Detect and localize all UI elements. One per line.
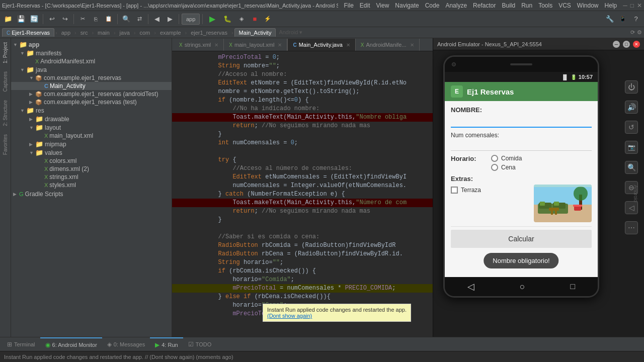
calcular-button[interactable]: Calcular [451, 230, 592, 248]
path-main-activity[interactable]: Main_Activity [234, 28, 276, 37]
bottom-tab-terminal[interactable]: ⊞ Terminal [2, 337, 40, 351]
toolbar-copy[interactable]: ⎘ [90, 13, 102, 25]
tab-close[interactable]: ✕ [278, 42, 282, 48]
app-dropdown[interactable]: app [182, 14, 200, 25]
toolbar-forward[interactable]: ▶ [164, 13, 176, 25]
tree-item-androidmanifest[interactable]: X AndroidManifest.xml [11, 57, 172, 65]
project-panel-label[interactable]: 1: Project [2, 40, 9, 65]
emu-back-btn[interactable]: ◁ [625, 201, 638, 214]
menu-analyze[interactable]: Analyze [445, 2, 467, 9]
bottom-tab-todo[interactable]: ☑ TODO [183, 337, 217, 351]
menu-view[interactable]: View [376, 2, 389, 9]
tree-item-package[interactable]: ▼ 📦 com.example.ejer1_reservas [11, 74, 172, 82]
emu-more-btn[interactable]: ⋯ [625, 221, 638, 234]
toolbar-undo[interactable]: ↩ [46, 13, 58, 25]
tab-strings-xml[interactable]: X strings.xml ✕ [174, 39, 224, 51]
nombre-input[interactable] [451, 115, 592, 128]
tree-item-values[interactable]: ▼ 📁 values [11, 148, 172, 157]
toolbar-help[interactable]: ? [630, 13, 642, 25]
tree-item-dimens[interactable]: X dimens.xml (2) [11, 165, 172, 173]
toolbar-cut[interactable]: ✂ [76, 13, 89, 25]
menu-vcs[interactable]: VCS [558, 2, 571, 9]
structure-label[interactable]: 2: Structure [2, 98, 9, 128]
toolbar-debug[interactable]: 🐛 [220, 13, 234, 25]
tree-item-res[interactable]: ▼ 📁 res [11, 106, 172, 115]
tree-item-manifests[interactable]: ▼ 📁 manifests [11, 49, 172, 57]
menu-run[interactable]: Run [521, 2, 532, 9]
emu-win-maximize[interactable]: □ [623, 41, 630, 48]
tree-item-drawable[interactable]: ▶ 📁 drawable [11, 115, 172, 123]
toolbar-save[interactable]: 💾 [15, 13, 27, 25]
toolbar-paste[interactable]: 📋 [103, 13, 115, 25]
path-com[interactable]: com [136, 29, 153, 37]
radio-cena[interactable]: Cena [491, 164, 522, 171]
path-app[interactable]: app [58, 29, 73, 37]
emu-win-minimize[interactable]: ─ [613, 41, 620, 48]
nav-home[interactable]: ○ [520, 282, 525, 292]
bottom-tab-messages[interactable]: ◈ 0: Messages [102, 337, 150, 351]
toolbar-avd-manager[interactable]: 📱 [617, 13, 629, 25]
tab-androidmanifest[interactable]: X AndroidManife... ✕ [356, 39, 420, 51]
emu-win-close[interactable]: ✕ [633, 41, 640, 48]
captures-label[interactable]: Captures [2, 69, 9, 94]
toolbar-coverage[interactable]: ◈ [235, 13, 248, 25]
num-comensales-input[interactable] [451, 140, 592, 151]
menu-window[interactable]: Window [577, 2, 599, 9]
tree-item-strings[interactable]: X strings.xml [11, 173, 172, 181]
emu-vol-up-btn[interactable]: 🔊 [625, 101, 638, 114]
sidebar-sync-btn[interactable]: ⟳ [630, 29, 635, 36]
emu-rotate-btn[interactable]: ↺ [625, 121, 638, 134]
tab-close[interactable]: ✕ [214, 42, 218, 48]
toolbar-stop[interactable]: ■ [249, 13, 261, 25]
tooltip-link[interactable]: (Dont show again) [267, 313, 312, 319]
toolbar-instant-run[interactable]: ⚡ [262, 13, 274, 25]
toolbar-back[interactable]: ◀ [151, 13, 163, 25]
tab-close[interactable]: ✕ [410, 42, 414, 48]
nav-recents[interactable]: □ [570, 282, 575, 291]
emu-power-btn[interactable]: ⏻ [625, 80, 638, 94]
tree-item-main-layout[interactable]: X main_layout.xml [11, 132, 172, 140]
menu-code[interactable]: Code [425, 2, 440, 9]
tree-item-layout[interactable]: ▼ 📁 layout [11, 123, 172, 132]
nav-back[interactable]: ◁ [467, 281, 474, 292]
tree-item-androidtest[interactable]: ▶ 📦 com.example.ejer1_reservas (androidT… [11, 90, 172, 98]
menu-help[interactable]: Help [605, 2, 617, 9]
bottom-tab-android-monitor[interactable]: ◉ 6: Android Monitor [40, 337, 102, 351]
toolbar-replace[interactable]: ⇄ [133, 13, 145, 25]
tab-main-activity-java[interactable]: C Main_Activity.java ✕ [287, 39, 355, 51]
radio-comida[interactable]: Comida [491, 155, 522, 162]
code-content[interactable]: mPrecioTotal = 0; String nombre=""; //Ac… [172, 51, 433, 337]
win-maximize[interactable]: □ [630, 2, 634, 9]
tree-item-mipmap[interactable]: ▶ 📁 mipmap [11, 140, 172, 148]
tab-main-layout-xml[interactable]: X main_layout.xml ✕ [224, 39, 287, 51]
toolbar-new[interactable]: 📁 [2, 13, 14, 25]
toolbar-redo[interactable]: ↪ [59, 13, 71, 25]
tree-item-test[interactable]: ▶ 📦 com.example.ejer1_reservas (test) [11, 98, 172, 106]
win-minimize[interactable]: ─ [623, 2, 627, 9]
menu-navigate[interactable]: Navigate [395, 2, 419, 9]
tree-item-gradle[interactable]: ▶ G Gradle Scripts [11, 190, 172, 198]
tree-item-styles[interactable]: X styles.xml [11, 181, 172, 189]
path-ejer1-reservas[interactable]: ejer1_reservas [188, 29, 230, 37]
path-java[interactable]: java [117, 29, 133, 37]
menu-tools[interactable]: Tools [538, 2, 552, 9]
tree-item-colors[interactable]: X colors.xml [11, 157, 172, 165]
bottom-tab-run[interactable]: ▶ 4: Run [150, 337, 183, 351]
emu-zoom-in-btn[interactable]: 🔍 [625, 161, 638, 174]
favorites-label[interactable]: Favorites [2, 132, 9, 157]
path-src[interactable]: src [77, 29, 91, 37]
toolbar-sdk-manager[interactable]: 🔧 [604, 13, 616, 25]
menu-edit[interactable]: Edit [360, 2, 370, 9]
path-example[interactable]: example [157, 29, 184, 37]
path-main[interactable]: main [95, 29, 113, 37]
tree-item-main-activity[interactable]: C Main_Activity [11, 82, 172, 90]
emu-screenshot-btn[interactable]: 📷 [625, 141, 638, 154]
tab-close[interactable]: ✕ [346, 42, 350, 48]
toolbar-run-green[interactable]: ▶ [205, 13, 219, 25]
win-close[interactable]: ✕ [637, 2, 642, 9]
sidebar-gear-btn[interactable]: ⚙ [637, 29, 642, 36]
menu-refactor[interactable]: Refactor [473, 2, 496, 9]
toolbar-search[interactable]: 🔍 [120, 13, 132, 25]
path-ejer1[interactable]: C Ejer1-Reservas [2, 28, 54, 37]
tree-item-app[interactable]: ▼ 📁 app [11, 40, 172, 49]
